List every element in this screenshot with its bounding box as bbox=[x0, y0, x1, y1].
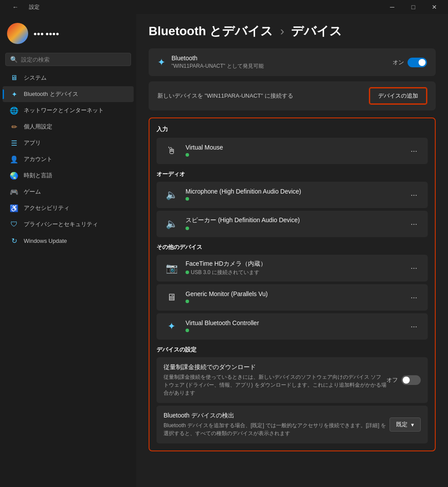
titlebar-left: ← 設定 bbox=[5, 0, 40, 14]
device-name: Microphone (High Definition Audio Device… bbox=[186, 188, 301, 195]
settings-item-desc: Bluetooth デバイスを追加する場合、[既定] では一般的なアクセサリを接… bbox=[164, 421, 390, 437]
status-dot bbox=[186, 271, 189, 274]
device-more-button[interactable]: ··· bbox=[407, 189, 421, 201]
bluetooth-subtitle: "WIN11PARA-UNACT" として発見可能 bbox=[171, 62, 264, 70]
chevron-down-icon: ▾ bbox=[411, 421, 414, 428]
sidebar-icon-system: 🖥 bbox=[10, 73, 18, 82]
device-icon: ✦ bbox=[164, 319, 179, 334]
sidebar-label-privacy: プライバシーとセキュリティ bbox=[24, 220, 98, 228]
settings-item: Bluetooth デバイスの検出 Bluetooth デバイスを追加する場合、… bbox=[157, 406, 428, 443]
device-settings-list: 従量制課金接続でのダウンロード 従量制課金接続を使っているときには、新しいデバイ… bbox=[157, 357, 428, 443]
audio-section-title: オーディオ bbox=[157, 170, 428, 178]
status-dot bbox=[186, 153, 189, 157]
settings-item-title: 従量制課金接続でのダウンロード bbox=[164, 363, 386, 371]
device-name: Virtual Mouse bbox=[186, 144, 223, 151]
sidebar-icon-apps: ☰ bbox=[10, 139, 18, 147]
device-left: 🖥 Generic Monitor (Parallels Vu) bbox=[164, 289, 268, 305]
titlebar: ← 設定 ─ □ ✕ bbox=[0, 0, 448, 14]
device-more-button[interactable]: ··· bbox=[407, 291, 421, 304]
user-name: ●●● ●●●● bbox=[33, 30, 59, 37]
avatar bbox=[7, 23, 28, 44]
device-item: 📷 FaceTime HDカメラ（内蔵） USB 3.0 に接続されています ·… bbox=[157, 255, 428, 282]
sidebar-label-personal: 個人用設定 bbox=[24, 123, 52, 131]
bluetooth-status-label: オン bbox=[393, 59, 404, 66]
bluetooth-info: Bluetooth "WIN11PARA-UNACT" として発見可能 bbox=[171, 55, 264, 70]
minimize-button[interactable]: ─ bbox=[382, 0, 402, 14]
device-more-button[interactable]: ··· bbox=[407, 262, 421, 275]
add-device-banner: 新しいデバイスを "WIN11PARA-UNACT" に接続する デバイスの追加 bbox=[149, 81, 436, 110]
bluetooth-toggle-wrap: オン bbox=[393, 58, 427, 67]
audio-devices-list: 🔈 Microphone (High Definition Audio Devi… bbox=[157, 182, 428, 237]
device-more-button[interactable]: ··· bbox=[407, 145, 421, 157]
status-dot bbox=[186, 300, 189, 303]
device-left: 🔈 スピーカー (High Definition Audio Device) bbox=[164, 216, 300, 232]
settings-toggle[interactable] bbox=[401, 375, 421, 385]
settings-item: 従量制課金接続でのダウンロード 従量制課金接続を使っているときには、新しいデバイ… bbox=[157, 357, 428, 403]
search-input[interactable] bbox=[21, 56, 126, 63]
bluetooth-icon: ✦ bbox=[157, 57, 165, 68]
sidebar-item-system[interactable]: 🖥 システム bbox=[3, 70, 134, 86]
device-info: スピーカー (High Definition Audio Device) bbox=[186, 216, 300, 231]
titlebar-title: 設定 bbox=[29, 4, 40, 11]
breadcrumb-separator: › bbox=[280, 24, 284, 38]
search-box-container: 🔍 bbox=[5, 53, 131, 66]
device-icon: 🖥 bbox=[164, 289, 179, 305]
titlebar-controls: ─ □ ✕ bbox=[382, 0, 444, 14]
sidebar-icon-network: 🌐 bbox=[10, 106, 18, 115]
settings-dropdown[interactable]: 既定 ▾ bbox=[390, 417, 421, 432]
device-left: 📷 FaceTime HDカメラ（内蔵） USB 3.0 に接続されています bbox=[164, 260, 266, 276]
sidebar-item-personal[interactable]: ✏ 個人用設定 bbox=[3, 119, 134, 135]
sidebar-item-gaming[interactable]: 🎮 ゲーム bbox=[3, 184, 134, 200]
device-info: Microphone (High Definition Audio Device… bbox=[186, 188, 301, 202]
device-settings-title: デバイスの設定 bbox=[157, 346, 428, 354]
bluetooth-title: Bluetooth bbox=[171, 55, 264, 62]
sidebar-item-bluetooth[interactable]: ✦ Bluetooth とデバイス bbox=[3, 86, 134, 102]
sidebar-label-system: システム bbox=[24, 74, 47, 82]
search-icon: 🔍 bbox=[10, 56, 18, 63]
back-button[interactable]: ← bbox=[5, 0, 25, 14]
sidebar-item-account[interactable]: 👤 アカウント bbox=[3, 151, 134, 167]
content-area: Bluetooth とデバイス › デバイス ✦ Bluetooth "WIN1… bbox=[136, 14, 448, 487]
sidebar-item-accessibility[interactable]: ♿ アクセシビリティ bbox=[3, 200, 134, 216]
close-button[interactable]: ✕ bbox=[424, 0, 444, 14]
bluetooth-toggle[interactable] bbox=[408, 58, 427, 67]
sidebar-icon-privacy: 🛡 bbox=[10, 220, 18, 229]
sidebar-label-network: ネットワークとインターネット bbox=[24, 106, 104, 114]
app-body: ●●● ●●●● 🔍 🖥 システム ✦ Bluetooth とデバイス 🌐 ネッ… bbox=[0, 14, 448, 487]
sidebar-icon-personal: ✏ bbox=[10, 122, 18, 131]
sidebar-item-apps[interactable]: ☰ アプリ bbox=[3, 135, 134, 151]
device-name: Virtual Bluetooth Controller bbox=[186, 319, 259, 326]
other-devices-list: 📷 FaceTime HDカメラ（内蔵） USB 3.0 に接続されています ·… bbox=[157, 255, 428, 340]
settings-item-left: Bluetooth デバイスの検出 Bluetooth デバイスを追加する場合、… bbox=[164, 412, 390, 437]
sidebar-label-gaming: ゲーム bbox=[24, 188, 41, 196]
maximize-button[interactable]: □ bbox=[403, 0, 423, 14]
sidebar-item-update[interactable]: ↻ Windows Update bbox=[3, 233, 134, 249]
add-device-text: 新しいデバイスを "WIN11PARA-UNACT" に接続する bbox=[157, 92, 293, 100]
device-icon: 🔈 bbox=[164, 187, 179, 203]
device-left: 🖱 Virtual Mouse bbox=[164, 143, 223, 159]
device-more-button[interactable]: ··· bbox=[407, 320, 421, 333]
device-icon: 🖱 bbox=[164, 143, 179, 159]
device-icon: 🔈 bbox=[164, 216, 179, 232]
device-info: FaceTime HDカメラ（内蔵） USB 3.0 に接続されています bbox=[186, 260, 266, 276]
sidebar-label-bluetooth: Bluetooth とデバイス bbox=[24, 90, 78, 98]
breadcrumb-parent: Bluetooth とデバイス bbox=[149, 24, 273, 38]
device-more-button[interactable]: ··· bbox=[407, 218, 421, 231]
settings-toggle-label: オフ bbox=[386, 376, 398, 384]
sidebar-icon-bluetooth: ✦ bbox=[10, 90, 18, 99]
device-name: Generic Monitor (Parallels Vu) bbox=[186, 290, 268, 297]
device-icon: 📷 bbox=[164, 260, 179, 276]
page-header: Bluetooth とデバイス › デバイス bbox=[149, 23, 436, 40]
sidebar-item-network[interactable]: 🌐 ネットワークとインターネット bbox=[3, 103, 134, 118]
sidebar-item-time[interactable]: 🌏 時刻と言語 bbox=[3, 168, 134, 183]
device-item: ✦ Virtual Bluetooth Controller ··· bbox=[157, 313, 428, 340]
sidebar-icon-gaming: 🎮 bbox=[10, 187, 18, 196]
sidebar-item-privacy[interactable]: 🛡 プライバシーとセキュリティ bbox=[3, 216, 134, 232]
device-item: 🔈 スピーカー (High Definition Audio Device) ·… bbox=[157, 211, 428, 237]
add-device-button[interactable]: デバイスの追加 bbox=[369, 88, 427, 104]
device-name: スピーカー (High Definition Audio Device) bbox=[186, 216, 300, 224]
sidebar-label-accessibility: アクセシビリティ bbox=[24, 204, 69, 212]
input-section-title: 入力 bbox=[157, 125, 428, 133]
device-left: 🔈 Microphone (High Definition Audio Devi… bbox=[164, 187, 301, 203]
sidebar-label-account: アカウント bbox=[24, 155, 52, 163]
